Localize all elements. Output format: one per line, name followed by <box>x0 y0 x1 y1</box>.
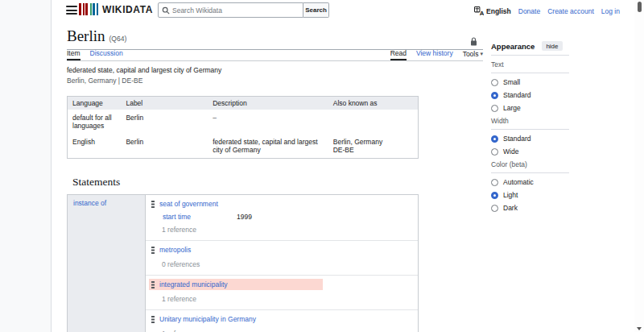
appearance-section-text: Text <box>491 60 569 73</box>
col-also-known-as: Also known as <box>328 97 419 110</box>
statement: integrated municipality 1 reference <box>146 276 418 310</box>
term-language: English <box>68 134 122 159</box>
appearance-section-color: Color (beta) <box>491 160 569 173</box>
appearance-section-width: Width <box>491 117 569 130</box>
statement-value-link[interactable]: seat of government <box>159 200 218 208</box>
language-icon: A <box>474 6 484 15</box>
statement-value-link[interactable]: integrated municipality <box>159 280 228 288</box>
term-language: default for all languages <box>68 110 122 134</box>
radio-text-small[interactable]: Small <box>491 78 569 86</box>
tab-discussion[interactable]: Discussion <box>90 49 123 60</box>
radio-width-standard[interactable]: Standard <box>491 135 569 143</box>
site-header: WIKIDATA Search A English Donate Create … <box>52 0 634 21</box>
svg-text:A: A <box>480 10 484 15</box>
radio-color-dark[interactable]: Dark <box>491 204 569 212</box>
radio-text-large[interactable]: Large <box>491 104 569 112</box>
scrollbar-down-arrow[interactable] <box>637 327 642 330</box>
radio-icon[interactable] <box>491 79 498 86</box>
term-aliases: Berlin, Germany DE-BE <box>328 134 419 159</box>
claims-column: seat of government start time 1999 1 ref… <box>146 195 418 332</box>
tab-view-history[interactable]: View history <box>416 49 453 60</box>
radio-color-light[interactable]: Light <box>491 191 569 199</box>
language-selector[interactable]: A English <box>474 6 511 15</box>
terms-header-row: Language Label Description Also known as <box>68 97 419 110</box>
qualifier-value: 1999 <box>237 213 252 221</box>
term-aliases <box>328 110 419 134</box>
property-column: instance of <box>68 195 146 332</box>
property-link[interactable]: instance of <box>73 199 106 207</box>
references-toggle[interactable]: 0 references <box>162 260 418 268</box>
qualifier: start time 1999 <box>163 213 418 221</box>
tab-tools[interactable]: Tools ▾ <box>463 49 483 60</box>
col-label: Label <box>121 97 208 110</box>
donate-link[interactable]: Donate <box>518 7 540 15</box>
rank-selector-icon[interactable] <box>151 316 155 323</box>
col-description: Description <box>208 97 328 110</box>
term-label: Berlin <box>121 134 208 159</box>
item-id: (Q64) <box>109 35 127 43</box>
main-menu-icon[interactable] <box>66 6 77 15</box>
radio-color-automatic[interactable]: Automatic <box>491 178 569 186</box>
radio-text-standard[interactable]: Standard <box>491 91 569 99</box>
protection-lock-icon <box>470 37 477 46</box>
terms-row-default: default for all languages Berlin – <box>68 110 419 134</box>
terms-table: Language Label Description Also known as… <box>67 96 419 159</box>
left-gutter <box>0 0 52 332</box>
references-toggle[interactable]: 1 reference <box>162 295 418 303</box>
col-language: Language <box>68 97 122 110</box>
qualifier-property-link[interactable]: start time <box>163 213 237 221</box>
rank-selector-icon[interactable] <box>151 247 155 254</box>
tab-read[interactable]: Read <box>390 49 407 60</box>
search-button[interactable]: Search <box>303 2 329 18</box>
tab-item[interactable]: Item <box>67 49 80 60</box>
statement: metropolis 0 references <box>146 241 418 276</box>
create-account-link[interactable]: Create account <box>547 7 594 15</box>
item-description: federated state, capital and largest cit… <box>67 66 483 74</box>
logo-wordmark: WIKIDATA <box>102 4 153 15</box>
search-form: Search <box>158 2 329 18</box>
radio-width-wide[interactable]: Wide <box>491 147 569 156</box>
chevron-down-icon: ▾ <box>480 51 483 57</box>
radio-icon[interactable] <box>491 192 498 199</box>
scrollbar[interactable] <box>634 0 644 332</box>
radio-icon[interactable] <box>491 105 498 112</box>
search-icon <box>162 6 170 15</box>
statement: seat of government start time 1999 1 ref… <box>146 195 418 241</box>
logo-barcode-icon <box>79 3 98 15</box>
radio-icon[interactable] <box>491 205 498 212</box>
statement-value-link[interactable]: metropolis <box>159 246 191 254</box>
rank-selector-icon[interactable] <box>151 201 155 208</box>
wikidata-logo[interactable]: WIKIDATA <box>79 3 153 15</box>
login-link[interactable]: Log in <box>601 7 620 15</box>
term-description: federated state, capital and largest cit… <box>208 134 328 159</box>
radio-icon[interactable] <box>491 179 498 186</box>
statement: Unitary municipality in Germany 1 refere… <box>146 310 418 332</box>
tabs-row: Item Discussion Read View history Tools … <box>67 50 483 61</box>
search-input[interactable] <box>172 6 299 15</box>
rank-selector-icon[interactable] <box>151 281 155 288</box>
appearance-hide-button[interactable]: hide <box>542 41 562 51</box>
term-label: Berlin <box>121 110 208 134</box>
scrollbar-thumb[interactable] <box>638 2 642 12</box>
appearance-panel: Appearance hide Text Small Standard Larg… <box>491 41 569 212</box>
page-title: Berlin <box>67 27 105 45</box>
statement-group: instance of seat of government start tim… <box>67 194 419 332</box>
terms-row-english: English Berlin federated state, capital … <box>68 134 419 159</box>
radio-icon[interactable] <box>491 148 498 156</box>
statement-value-link[interactable]: Unitary municipality in Germany <box>159 315 256 323</box>
language-label: English <box>486 7 511 15</box>
appearance-title: Appearance <box>491 42 535 51</box>
title-row: Berlin (Q64) <box>67 25 483 50</box>
radio-icon[interactable] <box>491 92 498 99</box>
content-area: Berlin (Q64) Item Discussion Read View h… <box>67 25 483 332</box>
radio-icon[interactable] <box>491 135 498 143</box>
statements-heading: Statements <box>67 176 483 189</box>
user-links: A English Donate Create account Log in <box>474 6 620 15</box>
references-toggle[interactable]: 1 reference <box>162 226 418 234</box>
item-aliases: Berlin, Germany | DE-BE <box>67 77 483 85</box>
term-description: – <box>208 110 328 134</box>
